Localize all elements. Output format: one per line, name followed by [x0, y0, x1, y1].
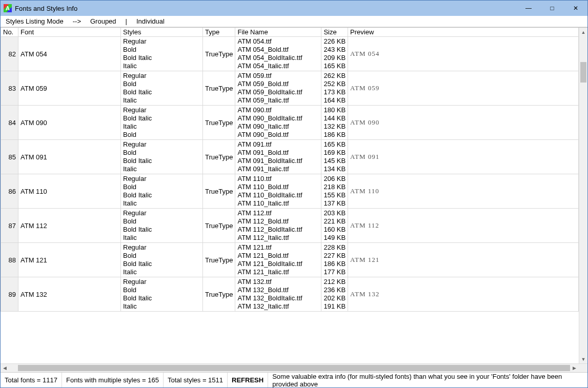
- cell-styles: Regular Bold Bold Italic Italic: [121, 140, 203, 174]
- cell-size: 180 KB 144 KB 132 KB 186 KB: [321, 106, 348, 140]
- window-title: Fonts and Styles Info: [15, 5, 77, 12]
- cell-filename: ATM 091.ttf ATM 091_Bold.ttf ATM 091_Bol…: [235, 140, 321, 174]
- cell-size: 226 KB 243 KB 209 KB 165 KB: [321, 37, 348, 71]
- scroll-left-icon[interactable]: ◀: [1, 364, 9, 372]
- cell-preview: ATM 121: [348, 243, 579, 277]
- table-row[interactable]: 84ATM 090Regular Bold Italic Italic Bold…: [1, 106, 579, 140]
- table-row[interactable]: 88ATM 121Regular Bold Bold Italic Italic…: [1, 243, 579, 277]
- cell-no: 84: [1, 106, 18, 140]
- cell-filename: ATM 059.ttf ATM 059_Bold.ttf ATM 059_Bol…: [235, 71, 321, 106]
- cell-type: TrueType: [203, 243, 235, 277]
- hscroll-thumb[interactable]: [18, 365, 570, 371]
- table-row[interactable]: 83ATM 059Regular Bold Bold Italic Italic…: [1, 71, 579, 106]
- menu-arrow: -->: [71, 16, 83, 26]
- cell-size: 262 KB 252 KB 173 KB 164 KB: [321, 71, 348, 106]
- cell-styles: Regular Bold Italic Italic Bold: [121, 106, 203, 140]
- table-row[interactable]: 86ATM 110Regular Bold Bold Italic Italic…: [1, 174, 579, 209]
- cell-preview: ATM 059: [348, 71, 579, 106]
- cell-styles: Regular Bold Bold Italic Italic: [121, 277, 203, 312]
- minimize-button[interactable]: —: [517, 1, 540, 16]
- scroll-up-icon[interactable]: ▲: [579, 28, 587, 36]
- cell-type: TrueType: [203, 106, 235, 140]
- cell-size: 206 KB 218 KB 155 KB 137 KB: [321, 174, 348, 209]
- cell-filename: ATM 054.ttf ATM 054_Bold.ttf ATM 054_Bol…: [235, 37, 321, 71]
- status-total-styles: Total styles = 1511: [164, 373, 228, 387]
- cell-size: 203 KB 221 KB 160 KB 149 KB: [321, 209, 348, 243]
- cell-type: TrueType: [203, 37, 235, 71]
- cell-no: 89: [1, 277, 18, 312]
- cell-no: 87: [1, 209, 18, 243]
- cell-styles: Regular Bold Bold Italic Italic: [121, 71, 203, 106]
- cell-preview: ATM 091: [348, 140, 579, 174]
- maximize-button[interactable]: □: [540, 1, 564, 16]
- cell-no: 83: [1, 71, 18, 106]
- app-icon: A: [4, 4, 12, 12]
- table-row[interactable]: 82ATM 054Regular Bold Bold Italic Italic…: [1, 37, 579, 71]
- grid-scroll-area[interactable]: No. Font Styles Type File Name Size Prev…: [1, 28, 579, 363]
- cell-styles: Regular Bold Bold Italic Italic: [121, 243, 203, 277]
- cell-styles: Regular Bold Bold Italic Italic: [121, 209, 203, 243]
- font-table: No. Font Styles Type File Name Size Prev…: [1, 28, 579, 312]
- cell-filename: ATM 121.ttf ATM 121_Bold.ttf ATM 121_Bol…: [235, 243, 321, 277]
- cell-font: ATM 090: [18, 106, 121, 140]
- hscroll-track[interactable]: [9, 364, 570, 372]
- scroll-corner: [579, 364, 587, 372]
- cell-size: 228 KB 227 KB 186 KB 177 KB: [321, 243, 348, 277]
- menubar: Styles Listing Mode --> Grouped | Indivi…: [1, 16, 587, 27]
- cell-type: TrueType: [203, 140, 235, 174]
- scroll-thumb[interactable]: [580, 62, 586, 83]
- cell-size: 212 KB 236 KB 202 KB 191 KB: [321, 277, 348, 312]
- cell-type: TrueType: [203, 209, 235, 243]
- cell-font: ATM 132: [18, 277, 121, 312]
- cell-size: 165 KB 169 KB 145 KB 134 KB: [321, 140, 348, 174]
- cell-filename: ATM 112.ttf ATM 112_Bold.ttf ATM 112_Bol…: [235, 209, 321, 243]
- cell-preview: ATM 054: [348, 37, 579, 71]
- header-row: No. Font Styles Type File Name Size Prev…: [1, 28, 579, 37]
- scroll-track[interactable]: [579, 36, 587, 355]
- scroll-right-icon[interactable]: ▶: [570, 364, 579, 372]
- table-row[interactable]: 89ATM 132Regular Bold Bold Italic Italic…: [1, 277, 579, 312]
- cell-font: ATM 091: [18, 140, 121, 174]
- status-total-fonts: Total fonts = 1117: [1, 373, 62, 387]
- cell-no: 82: [1, 37, 18, 71]
- close-button[interactable]: ✕: [564, 1, 587, 16]
- cell-type: TrueType: [203, 277, 235, 312]
- col-styles[interactable]: Styles: [121, 28, 203, 37]
- col-no[interactable]: No.: [1, 28, 18, 37]
- refresh-button[interactable]: REFRESH: [228, 373, 268, 387]
- cell-font: ATM 110: [18, 174, 121, 209]
- menu-grouped[interactable]: Grouped: [88, 16, 118, 26]
- col-type[interactable]: Type: [203, 28, 235, 37]
- table-row[interactable]: 85ATM 091Regular Bold Bold Italic Italic…: [1, 140, 579, 174]
- cell-font: ATM 112: [18, 209, 121, 243]
- cell-filename: ATM 110.ttf ATM 110_Bold.ttf ATM 110_Bol…: [235, 174, 321, 209]
- status-info: Some valuable extra info (for multi-styl…: [268, 373, 587, 387]
- col-size[interactable]: Size: [321, 28, 348, 37]
- status-multi-styles: Fonts with multiple styles = 165: [62, 373, 164, 387]
- cell-preview: ATM 110: [348, 174, 579, 209]
- cell-no: 86: [1, 174, 18, 209]
- scroll-down-icon[interactable]: ▼: [579, 355, 587, 363]
- cell-no: 88: [1, 243, 18, 277]
- col-filename[interactable]: File Name: [235, 28, 321, 37]
- menu-styles-listing-mode[interactable]: Styles Listing Mode: [4, 16, 66, 26]
- cell-styles: Regular Bold Bold Italic Italic: [121, 174, 203, 209]
- cell-filename: ATM 090.ttf ATM 090_BoldItalic.ttf ATM 0…: [235, 106, 321, 140]
- col-font[interactable]: Font: [18, 28, 121, 37]
- col-preview[interactable]: Preview: [348, 28, 579, 37]
- table-row[interactable]: 87ATM 112Regular Bold Bold Italic Italic…: [1, 209, 579, 243]
- cell-font: ATM 059: [18, 71, 121, 106]
- menu-sep: |: [124, 16, 129, 26]
- grid-wrapper: No. Font Styles Type File Name Size Prev…: [1, 27, 587, 363]
- horizontal-scrollbar[interactable]: ◀ ▶: [1, 363, 587, 372]
- cell-font: ATM 121: [18, 243, 121, 277]
- menu-individual[interactable]: Individual: [134, 16, 167, 26]
- cell-preview: ATM 132: [348, 277, 579, 312]
- titlebar: A Fonts and Styles Info — □ ✕: [1, 1, 587, 16]
- cell-filename: ATM 132.ttf ATM 132_Bold.ttf ATM 132_Bol…: [235, 277, 321, 312]
- statusbar: Total fonts = 1117 Fonts with multiple s…: [1, 372, 587, 387]
- cell-type: TrueType: [203, 71, 235, 106]
- cell-styles: Regular Bold Bold Italic Italic: [121, 37, 203, 71]
- cell-preview: ATM 090: [348, 106, 579, 140]
- vertical-scrollbar[interactable]: ▲ ▼: [579, 28, 587, 363]
